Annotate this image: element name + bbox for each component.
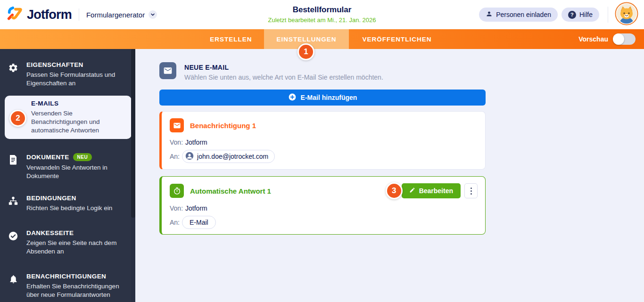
kebab-menu-button[interactable]	[464, 183, 478, 198]
header-divider	[79, 8, 79, 21]
section-title: NEUE E-MAIL	[184, 64, 383, 71]
recipient-field: E-Mail	[190, 219, 208, 226]
sidebar-scrollbar-thumb[interactable]	[131, 49, 135, 218]
add-email-button[interactable]: E-Mail hinzufügen	[159, 90, 486, 106]
plus-circle-icon	[288, 93, 297, 103]
sidebar-item-title: BEDINGUNGEN	[26, 195, 127, 202]
sidebar-item-dokumente[interactable]: DOKUMENTE NEU Verwandeln Sie Antworten i…	[0, 153, 129, 180]
question-mark-icon: ?	[568, 11, 576, 19]
help-button[interactable]: ? Hilfe	[561, 8, 599, 22]
sidebar-scrollbar-track	[131, 49, 135, 302]
form-title: Bestellformular	[268, 5, 376, 15]
neu-badge: NEU	[73, 153, 92, 161]
to-label: An:	[170, 219, 180, 226]
step-badge-3: 3	[386, 182, 403, 199]
sidebar-item-title: BENACHRICHTIGUNGEN	[26, 273, 127, 280]
recipient-pill: john.doe@jotrocket.com	[182, 150, 275, 163]
stopwatch-icon	[170, 184, 184, 198]
section-header: NEUE E-MAIL Wählen Sie unten aus, welche…	[159, 62, 486, 81]
step-badge-2: 2	[9, 110, 26, 127]
preview-label: Vorschau	[578, 35, 608, 43]
pencil-icon	[409, 187, 415, 195]
from-value: Jotform	[185, 204, 207, 212]
settings-sidebar: EIGENSCHAFTEN Passen Sie Formularstatus …	[0, 49, 135, 302]
gear-icon	[0, 61, 26, 88]
emails-panel: NEUE E-MAIL Wählen Sie unten aus, welche…	[135, 49, 644, 302]
avatar[interactable]	[615, 2, 638, 27]
sidebar-item-emails[interactable]: 2 E-MAILS Versenden Sie Benachrichtigung…	[5, 96, 132, 139]
check-circle-icon	[0, 229, 26, 256]
invite-people-button[interactable]: Personen einladen	[479, 8, 558, 22]
chevron-down-icon	[149, 10, 157, 19]
builder-nav: ERSTELLEN EINSTELLUNGEN VERÖFFENTLICHEN …	[0, 29, 644, 49]
edit-button[interactable]: Bearbeiten	[402, 183, 461, 198]
envelope-icon	[159, 62, 176, 79]
jotform-logo[interactable]: Jotform	[7, 6, 72, 24]
sidebar-item-desc: Verwandeln Sie Antworten in Dokumente	[26, 163, 127, 180]
sidebar-item-title: DANKESSEITE	[26, 229, 127, 237]
to-label: An:	[170, 153, 180, 160]
preview-control: Vorschau	[578, 29, 636, 49]
sidebar-item-desc: Versenden Sie Benachrichtigungen und aut…	[31, 109, 128, 135]
sidebar-item-title: EIGENSCHAFTEN	[26, 61, 127, 68]
jotform-wordmark: Jotform	[27, 8, 72, 22]
product-switcher[interactable]: Formulargenerator	[86, 10, 157, 19]
section-description: Wählen Sie unten aus, welche Art von E-M…	[184, 73, 383, 81]
invite-people-label: Personen einladen	[496, 11, 551, 18]
recipient-avatar-icon	[185, 152, 194, 162]
step-badge-1: 1	[297, 43, 314, 60]
avatar-divider	[608, 7, 608, 23]
sidebar-item-desc: Erhalten Sie Benachrichtigungen über neu…	[26, 282, 127, 299]
add-email-label: E-Mail hinzufügen	[301, 94, 357, 101]
sidebar-item-eigenschaften[interactable]: EIGENSCHAFTEN Passen Sie Formularstatus …	[0, 61, 129, 88]
form-title-block: Bestellformular Zuletzt bearbeitet am Mi…	[268, 5, 376, 24]
product-label: Formulargenerator	[86, 11, 145, 19]
sidebar-item-desc: Passen Sie Formularstatus und Eigenschaf…	[26, 71, 127, 88]
bell-icon	[0, 273, 26, 299]
document-icon	[0, 153, 26, 180]
jotform-logo-icon	[7, 6, 23, 24]
sidebar-item-bedingungen[interactable]: BEDINGUNGEN Richten Sie bedingte Logik e…	[0, 195, 129, 212]
sidebar-item-desc: Richten Sie bedingte Logik ein	[26, 204, 127, 212]
sidebar-item-title: DOKUMENTE	[26, 154, 69, 161]
builder-tabs: ERSTELLEN EINSTELLUNGEN VERÖFFENTLICHEN	[198, 29, 644, 49]
from-value: Jotform	[185, 139, 207, 146]
help-label: Hilfe	[579, 11, 593, 18]
recipient-pill: E-Mail	[182, 216, 216, 229]
sidebar-item-dankesseite[interactable]: DANKESSEITE Zeigen Sie eine Seite nach d…	[0, 229, 129, 256]
email-card-notification[interactable]: Benachrichtigung 1 Von: Jotform An:	[159, 111, 486, 170]
sidebar-item-title: E-MAILS	[31, 100, 128, 107]
email-card-title: Benachrichtigung 1	[190, 122, 256, 130]
app-header: Jotform Formulargenerator Bestellformula…	[0, 0, 644, 29]
preview-toggle[interactable]	[613, 33, 636, 45]
from-label: Von:	[170, 139, 183, 146]
preview-toggle-knob	[613, 33, 624, 45]
from-label: Von:	[170, 204, 183, 212]
recipient-email: john.doe@jotrocket.com	[197, 153, 268, 160]
tab-erstellen[interactable]: ERSTELLEN	[198, 29, 264, 49]
person-icon	[486, 10, 493, 19]
sidebar-item-benachrichtigungen[interactable]: BENACHRICHTIGUNGEN Erhalten Sie Benachri…	[0, 273, 129, 299]
sitemap-icon	[0, 195, 26, 212]
email-card-autoresponder[interactable]: Automatische Antwort 1 3 Bearbeiten	[159, 176, 486, 235]
last-edited-text: Zuletzt bearbeitet am Mi., 21. Jan. 2026	[268, 16, 376, 24]
tab-veroeffentlichen[interactable]: VERÖFFENTLICHEN	[349, 29, 445, 49]
sidebar-item-desc: Zeigen Sie eine Seite nach dem Absenden …	[26, 239, 127, 256]
email-card-title: Automatische Antwort 1	[190, 187, 271, 195]
edit-label: Bearbeiten	[419, 187, 453, 195]
header-actions: Personen einladen ? Hilfe	[475, 2, 638, 27]
notification-envelope-icon	[170, 118, 184, 132]
